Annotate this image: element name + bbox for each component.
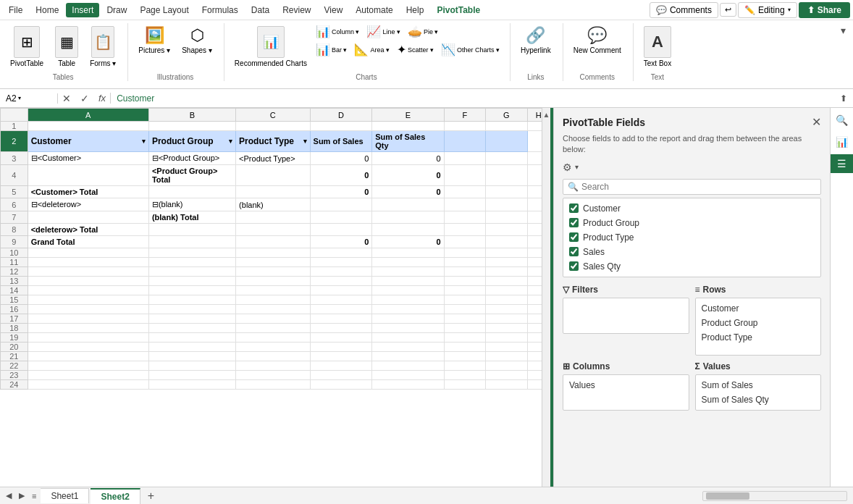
menu-home[interactable]: Home (30, 2, 64, 18)
chart-tool-button[interactable]: 📊 (831, 133, 854, 151)
rows-section-body[interactable]: Customer Product Group Product Type (695, 298, 822, 356)
cell-a7[interactable] (28, 211, 148, 224)
cell-a1[interactable] (28, 122, 148, 131)
cell-e9[interactable]: 0 (372, 236, 444, 248)
menu-insert[interactable]: Insert (66, 3, 99, 17)
cell-g7[interactable] (486, 211, 527, 224)
list-tool-button[interactable]: ☰ (831, 154, 854, 173)
cell-f7[interactable] (444, 211, 485, 224)
cell-a2[interactable]: Customer ▾ (28, 131, 148, 152)
cell-d2[interactable]: Sum of Sales (310, 131, 372, 152)
cell-f3[interactable] (444, 152, 485, 165)
cell-a5[interactable]: <Customer> Total (28, 186, 148, 198)
grid-container[interactable]: A B C D E F G H 1 (0, 108, 550, 487)
formula-confirm-button[interactable]: ✓ (76, 93, 94, 104)
cell-c4[interactable] (236, 165, 310, 186)
cell-g9[interactable] (486, 236, 527, 248)
comments-button[interactable]: 💬 Comments (650, 2, 718, 18)
horizontal-scroll-bar[interactable] (702, 491, 847, 501)
cell-e2[interactable]: Sum of Sales Qty (372, 131, 444, 152)
col-header-f[interactable]: F (444, 109, 485, 122)
cell-a6[interactable]: ⊟<deleterow> (28, 198, 148, 211)
gear-icon[interactable]: ⚙ (563, 161, 572, 173)
menu-page-layout[interactable]: Page Layout (134, 2, 194, 18)
menu-file[interactable]: File (3, 2, 28, 18)
cell-c1[interactable] (236, 122, 310, 131)
table-button[interactable]: ▦ Table (51, 23, 83, 70)
cell-d7[interactable] (310, 211, 372, 224)
cell-b9[interactable] (148, 236, 235, 248)
filters-section-body[interactable] (563, 298, 689, 334)
cell-b2[interactable]: Product Group ▾ (148, 131, 235, 152)
col-header-b[interactable]: B (148, 109, 235, 122)
rows-item-product-type[interactable]: Product Type (702, 330, 815, 345)
field-checkbox-sales-qty[interactable] (569, 261, 579, 271)
menu-draw[interactable]: Draw (101, 2, 133, 18)
cell-c6[interactable]: (blank) (236, 198, 310, 211)
menu-automate[interactable]: Automate (350, 2, 398, 18)
pivot-field-sales[interactable]: Sales (566, 245, 818, 259)
cell-f2[interactable] (444, 131, 485, 152)
values-item-sum-sales[interactable]: Sum of Sales (702, 378, 815, 392)
scroll-up-arrow[interactable]: ▲ (543, 111, 550, 119)
cell-e1[interactable] (372, 122, 444, 131)
cell-g1[interactable] (486, 122, 527, 131)
ribbon-expand[interactable]: ▾ (839, 23, 847, 38)
cell-b6[interactable]: ⊟(blank) (148, 198, 235, 211)
sheet-prev-button[interactable]: ◀ (3, 490, 14, 502)
add-sheet-button[interactable]: + (142, 488, 160, 504)
vertical-scroll-bar[interactable]: ▲ (542, 108, 550, 487)
col-header-g[interactable]: G (486, 109, 527, 122)
rows-item-customer[interactable]: Customer (702, 301, 815, 316)
cell-a3[interactable]: ⊟<Customer> (28, 152, 148, 165)
cell-a4[interactable] (28, 165, 148, 186)
pivot-search-input[interactable] (581, 182, 816, 192)
cell-c9[interactable] (236, 236, 310, 248)
share-button[interactable]: ⬆ Share (799, 2, 850, 18)
pivot-field-customer[interactable]: Customer (566, 201, 818, 216)
shapes-button[interactable]: ⬡ Shapes ▾ (177, 23, 217, 57)
sheet-next-button[interactable]: ▶ (16, 490, 28, 502)
col-header-d[interactable]: D (310, 109, 372, 122)
cell-reference-box[interactable]: A2 ▾ (0, 93, 58, 104)
menu-view[interactable]: View (319, 2, 349, 18)
rows-item-product-group[interactable]: Product Group (702, 316, 815, 330)
cell-f8[interactable] (444, 224, 485, 236)
cell-e5[interactable]: 0 (372, 186, 444, 198)
pivot-field-product-group[interactable]: Product Group (566, 216, 818, 230)
menu-pivottable[interactable]: PivotTable (431, 2, 486, 18)
pie-chart-button[interactable]: 🥧 Pie ▾ (405, 23, 442, 40)
pictures-button[interactable]: 🖼️ Pictures ▾ (134, 23, 175, 57)
field-checkbox-product-type[interactable] (569, 232, 579, 242)
cell-c2[interactable]: Product Type ▾ (236, 131, 310, 152)
values-item-sum-sales-qty[interactable]: Sum of Sales Qty (702, 392, 815, 407)
cell-b7[interactable]: (blank) Total (148, 211, 235, 224)
col-header-e[interactable]: E (372, 109, 444, 122)
cell-f5[interactable] (444, 186, 485, 198)
cell-d9[interactable]: 0 (310, 236, 372, 248)
cell-d5[interactable]: 0 (310, 186, 372, 198)
cell-f4[interactable] (444, 165, 485, 186)
pivot-field-sales-qty[interactable]: Sales Qty (566, 259, 818, 274)
cell-e4[interactable]: 0 (372, 165, 444, 186)
cell-e8[interactable] (372, 224, 444, 236)
hyperlink-button[interactable]: 🔗 Hyperlink (516, 23, 555, 57)
cell-g6[interactable] (486, 198, 527, 211)
undo-icon[interactable]: ↩ (720, 3, 736, 17)
cell-c7[interactable] (236, 211, 310, 224)
search-tool-button[interactable]: 🔍 (833, 111, 852, 130)
cell-f9[interactable] (444, 236, 485, 248)
textbox-button[interactable]: A Text Box (639, 23, 676, 70)
scatter-chart-button[interactable]: ✦ Scatter ▾ (394, 41, 437, 58)
menu-review[interactable]: Review (277, 2, 316, 18)
column-chart-button[interactable]: 📊 Column ▾ (313, 23, 363, 40)
cell-g2[interactable] (486, 131, 527, 152)
close-icon[interactable]: ✕ (812, 115, 821, 129)
cell-c8[interactable] (236, 224, 310, 236)
cell-g5[interactable] (486, 186, 527, 198)
menu-formulas[interactable]: Formulas (196, 2, 244, 18)
cell-e6[interactable] (372, 198, 444, 211)
forms-button[interactable]: 📋 Forms ▾ (85, 23, 120, 70)
recommended-charts-button[interactable]: 📊 Recommended Charts (230, 23, 311, 71)
cell-b5[interactable] (148, 186, 235, 198)
